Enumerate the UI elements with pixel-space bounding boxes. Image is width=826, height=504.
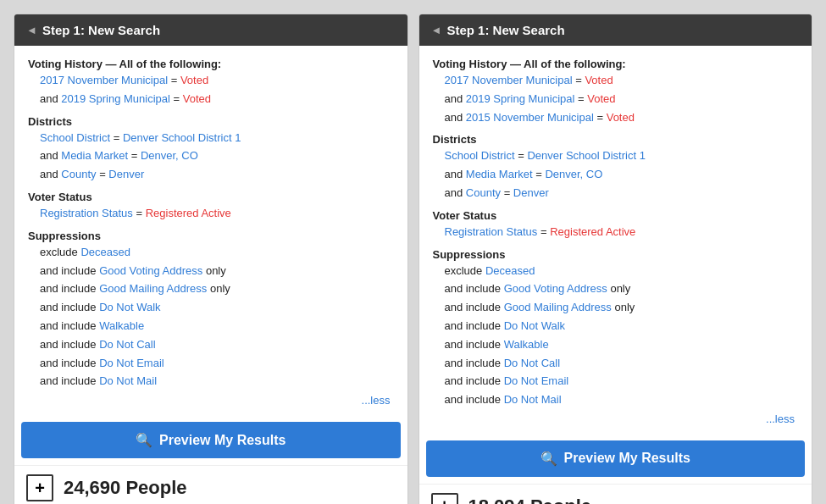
panel-2-title: Step 1: New Search xyxy=(446,23,564,37)
suppression-row-1-2: and include Good Voting Address only xyxy=(40,263,394,280)
voter-status-row-1: Registration Status = Registered Active xyxy=(40,205,394,223)
panel-1-title: Step 1: New Search xyxy=(42,23,160,37)
election-link[interactable]: 2019 Spring Municipal xyxy=(61,92,170,105)
voter-status-label-1: Voter Status xyxy=(28,191,394,203)
voter-status-row-2: Registration Status = Registered Active xyxy=(445,224,799,241)
panel-1: ◄ Step 1: New Search Voting History — Al… xyxy=(14,14,408,504)
search-icon: 🔍 xyxy=(136,432,152,448)
voter-status-label-2: Voter Status xyxy=(433,209,799,222)
registration-status-link[interactable]: Registration Status xyxy=(40,207,133,219)
panel-2-header: ◄ Step 1: New Search xyxy=(419,14,812,46)
panel-1-body: Voting History — All of the following: 2… xyxy=(14,46,407,417)
voting-row-2-1: 2017 November Municipal = Voted xyxy=(445,72,799,90)
suppression-row-1-4: and include Do Not Walk xyxy=(40,299,394,317)
preview-button-1[interactable]: 🔍 Preview My Results xyxy=(21,422,401,458)
preview-button-2[interactable]: 🔍 Preview My Results xyxy=(426,440,806,477)
county-link-2[interactable]: County xyxy=(466,186,501,199)
panel-1-footer: + 24,690 People xyxy=(14,465,407,504)
preview-button-2-label: Preview My Results xyxy=(564,451,690,466)
voting-history-label-1: Voting History — All of the following: xyxy=(28,58,394,70)
people-count-2: 18,094 People xyxy=(468,496,592,504)
voting-row-2-2: and 2019 Spring Municipal = Voted xyxy=(445,91,799,108)
suppression-row-2-7: and include Do Not Email xyxy=(445,373,799,390)
school-district-link-2[interactable]: School District xyxy=(445,149,515,162)
voting-history-label-2: Voting History — All of the following: xyxy=(433,58,799,70)
registration-status-link-2[interactable]: Registration Status xyxy=(445,225,538,238)
districts-label-2: Districts xyxy=(433,133,799,146)
suppression-row-2-4: and include Do Not Walk xyxy=(445,318,799,335)
suppression-row-2-8: and include Do Not Mail xyxy=(445,391,799,409)
voting-row-2-3: and 2015 November Municipal = Voted xyxy=(445,109,799,127)
suppression-row-1-8: and include Do Not Mail xyxy=(40,373,394,390)
school-district-link[interactable]: School District xyxy=(40,131,110,144)
add-step-icon-2[interactable]: + xyxy=(431,493,458,504)
voting-row-1-2: and 2019 Spring Municipal = Voted xyxy=(40,91,394,108)
back-arrow-icon: ◄ xyxy=(26,24,37,36)
suppression-row-2-6: and include Do Not Call xyxy=(445,355,799,373)
voting-row-1-1: 2017 November Municipal = Voted xyxy=(40,72,394,90)
election-link-2-2[interactable]: 2019 Spring Municipal xyxy=(466,92,575,105)
suppression-row-1-1: exclude Deceased xyxy=(40,244,394,262)
less-toggle-1[interactable]: ...less xyxy=(28,394,394,407)
panel-2-body: Voting History — All of the following: 2… xyxy=(419,46,812,435)
election-link-2-1[interactable]: 2017 November Municipal xyxy=(445,74,573,86)
media-market-link-2[interactable]: Media Market xyxy=(466,168,533,180)
main-container: ◄ Step 1: New Search Voting History — Al… xyxy=(0,0,826,504)
suppression-row-2-2: and include Good Voting Address only xyxy=(445,280,799,298)
election-link-2-3[interactable]: 2015 November Municipal xyxy=(466,111,594,124)
suppression-row-1-3: and include Good Mailing Address only xyxy=(40,280,394,298)
district-row-2-3: and County = Denver xyxy=(445,185,799,202)
election-link[interactable]: 2017 November Municipal xyxy=(40,74,168,86)
county-link[interactable]: County xyxy=(61,168,96,180)
suppression-row-1-6: and include Do Not Call xyxy=(40,336,394,354)
district-row-1-2: and Media Market = Denver, CO xyxy=(40,147,394,165)
district-row-1-3: and County = Denver xyxy=(40,166,394,184)
people-count-1: 24,690 People xyxy=(64,477,187,499)
suppressions-label-1: Suppressions xyxy=(28,230,394,242)
media-market-link[interactable]: Media Market xyxy=(61,149,128,162)
search-icon-2: 🔍 xyxy=(541,451,557,467)
suppression-row-2-3: and include Good Mailing Address only xyxy=(445,299,799,317)
suppression-row-2-1: exclude Deceased xyxy=(445,263,799,280)
back-arrow-icon-2: ◄ xyxy=(431,24,442,36)
suppression-row-1-5: and include Walkable xyxy=(40,318,394,335)
suppressions-label-2: Suppressions xyxy=(433,248,799,261)
less-toggle-2[interactable]: ...less xyxy=(433,413,799,425)
district-row-2-1: School District = Denver School District… xyxy=(445,147,799,165)
panel-2-footer: + 18,094 People xyxy=(419,484,812,504)
districts-label-1: Districts xyxy=(28,115,394,128)
suppression-row-1-7: and include Do Not Email xyxy=(40,355,394,373)
suppression-row-2-5: and include Walkable xyxy=(445,336,799,354)
preview-button-1-label: Preview My Results xyxy=(159,433,285,448)
add-step-icon-1[interactable]: + xyxy=(26,474,53,501)
panel-2: ◄ Step 1: New Search Voting History — Al… xyxy=(419,14,813,504)
district-row-2-2: and Media Market = Denver, CO xyxy=(445,166,799,184)
district-row-1-1: School District = Denver School District… xyxy=(40,130,394,147)
panel-1-header: ◄ Step 1: New Search xyxy=(14,14,407,46)
